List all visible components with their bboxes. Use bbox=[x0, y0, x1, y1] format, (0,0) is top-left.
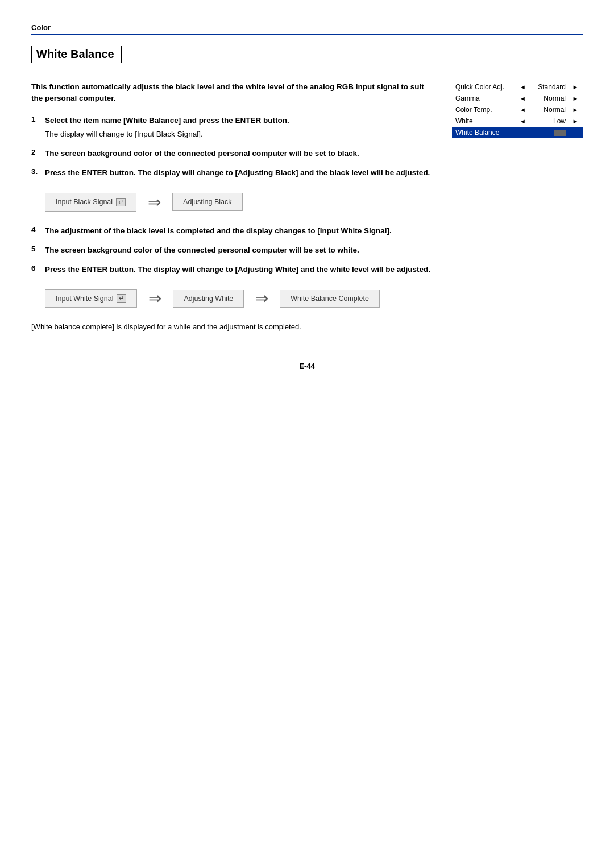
intro-text: This function automatically adjusts the … bbox=[31, 81, 435, 105]
diagram-box-input-white: Input White Signal ↵ bbox=[45, 289, 137, 308]
menu-row-4: White Balance bbox=[452, 127, 583, 138]
diagram-2: Input White Signal ↵ ⇒ Adjusting White ⇒… bbox=[45, 289, 435, 308]
right-menu: Quick Color Adj. ◄ Standard ► Gamma ◄ No… bbox=[452, 81, 583, 138]
diagram-box-complete: White Balance Complete bbox=[280, 290, 380, 308]
step-5-num: 5 bbox=[31, 245, 42, 253]
section-label: Color bbox=[31, 23, 51, 32]
step-1-text: Select the item name [White Balance] and… bbox=[45, 115, 289, 126]
step-4-num: 4 bbox=[31, 225, 42, 234]
menu-row-0: Quick Color Adj. ◄ Standard ► bbox=[452, 81, 583, 93]
arrow-3: ⇒ bbox=[255, 289, 268, 308]
step-2: 2 The screen background color of the con… bbox=[31, 148, 435, 159]
step-1-subtext: The display will change to [Input Black … bbox=[45, 129, 435, 140]
step-5: 5 The screen background color of the con… bbox=[31, 245, 435, 256]
page-number: E-44 bbox=[31, 362, 583, 370]
left-content: This function automatically adjusts the … bbox=[31, 81, 435, 350]
footer-text: [White balance complete] is displayed fo… bbox=[31, 321, 435, 333]
enter-icon-2: ↵ bbox=[117, 294, 126, 303]
step-4: 4 The adjustment of the black level is c… bbox=[31, 225, 435, 237]
step-3: 3. Press the ENTER button. The display w… bbox=[31, 167, 435, 179]
menu-row-1: Gamma ◄ Normal ► bbox=[452, 93, 583, 104]
step-1: 1 Select the item name [White Balance] a… bbox=[31, 115, 435, 140]
diagram-box2-label: Adjusting Black bbox=[183, 198, 231, 206]
page-title: White Balance bbox=[31, 46, 122, 63]
bottom-rule bbox=[31, 350, 435, 350]
diagram2-box1-label: Input White Signal bbox=[56, 295, 113, 303]
main-content: This function automatically adjusts the … bbox=[31, 81, 583, 350]
step-6: 6 Press the ENTER button. The display wi… bbox=[31, 264, 435, 275]
menu-table: Quick Color Adj. ◄ Standard ► Gamma ◄ No… bbox=[452, 81, 583, 138]
step-6-num: 6 bbox=[31, 264, 42, 272]
step-3-num: 3. bbox=[31, 167, 42, 176]
step-3-text: Press the ENTER button. The display will… bbox=[45, 167, 430, 179]
diagram-box1-label: Input Black Signal bbox=[56, 198, 113, 206]
diagram2-box2-label: Adjusting White bbox=[184, 295, 233, 303]
diagram-box-input-black: Input Black Signal ↵ bbox=[45, 193, 136, 212]
step-2-num: 2 bbox=[31, 148, 42, 156]
diagram-box-adjusting-white: Adjusting White bbox=[173, 290, 244, 308]
diagram-1: Input Black Signal ↵ ⇒ Adjusting Black bbox=[45, 193, 435, 212]
step-1-num: 1 bbox=[31, 115, 42, 123]
page: Color White Balance This function automa… bbox=[0, 0, 614, 868]
arrow-1: ⇒ bbox=[148, 193, 161, 212]
step-6-text: Press the ENTER button. The display will… bbox=[45, 264, 430, 275]
diagram2-box3-label: White Balance Complete bbox=[291, 295, 369, 303]
step-4-text: The adjustment of the black level is com… bbox=[45, 225, 392, 237]
enter-icon-1: ↵ bbox=[116, 198, 126, 206]
section-header: Color bbox=[31, 23, 583, 35]
arrow-2: ⇒ bbox=[148, 289, 161, 308]
step-5-text: The screen background color of the conne… bbox=[45, 245, 359, 256]
menu-row-2: Color Temp. ◄ Normal ► bbox=[452, 104, 583, 115]
step-2-text: The screen background color of the conne… bbox=[45, 148, 359, 159]
diagram-box-adjusting-black: Adjusting Black bbox=[172, 193, 242, 211]
menu-row-3: White ◄ Low ► bbox=[452, 115, 583, 127]
